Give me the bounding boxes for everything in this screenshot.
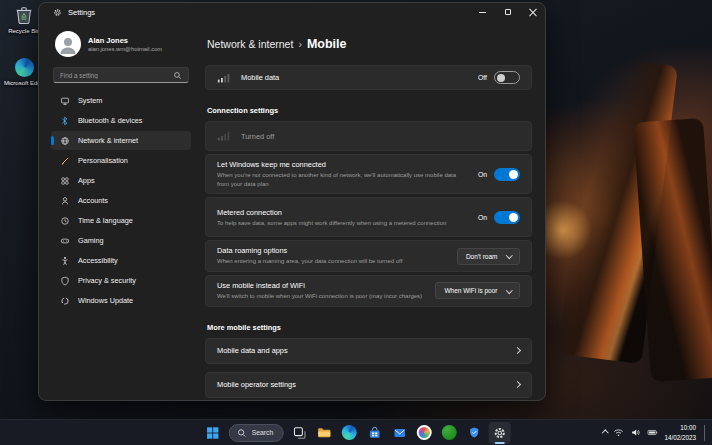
task-view-button[interactable] [288,422,310,444]
keep-me-connected-card: Let Windows keep me connected When you'r… [205,154,532,194]
setting-description: We'll switch to mobile when your WiFi co… [217,292,425,301]
edge-button[interactable] [338,422,360,444]
sidebar-item-bluetooth-devices[interactable]: Bluetooth & devices [51,111,191,130]
chevron-down-icon [506,252,512,258]
accessibility-person-icon [60,256,70,266]
toggle-state: On [478,214,487,221]
taskbar: Search [0,419,712,445]
breadcrumb: Network & internet › Mobile [207,37,532,51]
sidebar-nav: System Bluetooth & devices Network & int… [51,91,191,310]
gaming-controller-icon [60,236,70,246]
tray-chevron-up-icon[interactable] [602,430,608,436]
keep-me-connected-toggle[interactable] [494,168,520,181]
connection-status-card: Turned off [205,121,532,151]
time-language-clock-icon [60,216,70,226]
wallpaper-rock-formation [633,118,712,382]
sidebar-item-personalisation[interactable]: Personalisation [51,151,191,170]
window-title: Settings [68,8,95,17]
setting-title: Metered connection [217,208,468,217]
page-title: Mobile [307,37,347,51]
sidebar-item-label: Apps [78,176,95,185]
sidebar-item-privacy-security[interactable]: Privacy & security [51,271,191,290]
avatar [55,31,81,57]
titlebar[interactable]: Settings [39,3,545,21]
settings-sidebar: Alan Jones alan.jones.wm@hotmail.com Sys… [39,21,197,400]
sidebar-item-label: System [78,96,102,105]
sidebar-item-label: Network & internet [78,136,138,145]
find-a-setting-searchbox[interactable] [53,67,189,83]
photos-button[interactable] [413,422,435,444]
metered-connection-toggle[interactable] [494,211,520,224]
file-explorer-icon [317,425,332,440]
xbox-button[interactable] [438,422,460,444]
close-icon [529,8,537,16]
breadcrumb-network-internet[interactable]: Network & internet [207,38,293,50]
setting-title: Use mobile instead of WiFi [217,281,425,290]
chevron-right-icon [514,347,521,354]
sidebar-item-label: Personalisation [78,156,128,165]
settings-gear-icon [53,8,62,17]
setting-description: When entering a roaming area, your data … [217,257,447,266]
mobile-instead-of-wifi-dropdown[interactable]: When WiFi is poor [435,282,520,299]
minimize-button[interactable] [470,3,495,21]
privacy-shield-icon [60,276,70,286]
mail-icon [392,426,406,440]
connection-status-label: Turned off [241,132,510,141]
search-icon [173,71,182,80]
search-input[interactable] [60,72,173,79]
metered-connection-card: Metered connection To help save data, so… [205,197,532,237]
clock-date: 14/02/2023 [664,433,696,442]
battery-icon[interactable] [647,427,658,438]
mobile-data-toggle[interactable] [494,71,520,84]
mobile-operator-settings-link[interactable]: Mobile operator settings [205,372,532,398]
windows-start-icon [206,426,220,440]
mobile-signal-off-icon [217,131,230,141]
setting-description: When you're not connected to another kin… [217,171,468,188]
sidebar-item-network-internet[interactable]: Network & internet [51,131,191,150]
wifi-icon[interactable] [613,427,624,438]
taskbar-search[interactable]: Search [229,424,284,442]
sidebar-item-time-language[interactable]: Time & language [51,211,191,230]
sidebar-item-apps[interactable]: Apps [51,171,191,190]
breadcrumb-separator: › [298,38,302,50]
sidebar-item-label: Accounts [78,196,108,205]
xbox-icon [442,425,457,440]
system-tray: 10:00 14/02/2023 [603,420,707,445]
connection-settings-heading: Connection settings [207,106,532,115]
mobile-data-and-apps-link[interactable]: Mobile data and apps [205,338,532,364]
dropdown-value: When WiFi is poor [444,287,497,294]
data-roaming-dropdown[interactable]: Don't roam [457,248,520,265]
mobile-data-card: Mobile data Off [205,65,532,90]
settings-app-button[interactable] [488,422,510,444]
file-explorer-button[interactable] [313,422,335,444]
accounts-person-icon [60,196,70,206]
security-shield-icon [468,426,481,439]
mail-button[interactable] [388,422,410,444]
sidebar-item-label: Accessibility [78,256,118,265]
network-globe-icon [60,136,70,146]
link-title: Mobile data and apps [217,346,505,355]
sidebar-item-windows-update[interactable]: Windows Update [51,291,191,310]
sidebar-item-gaming[interactable]: Gaming [51,231,191,250]
sidebar-item-label: Gaming [78,236,104,245]
show-desktop-button[interactable] [704,425,707,441]
mobile-data-label: Mobile data [241,73,459,82]
sidebar-item-accounts[interactable]: Accounts [51,191,191,210]
sidebar-item-system[interactable]: System [51,91,191,110]
windows-security-button[interactable] [463,422,485,444]
mobile-data-state: Off [478,74,487,81]
taskbar-clock[interactable]: 10:00 14/02/2023 [664,423,696,441]
toggle-state: On [478,171,487,178]
close-button[interactable] [520,3,545,21]
volume-icon[interactable] [630,427,641,438]
start-button[interactable] [202,422,224,444]
apps-grid-icon [60,176,70,186]
edge-icon [13,56,35,78]
maximize-button[interactable] [495,3,520,21]
search-icon [237,428,247,438]
mobile-instead-of-wifi-card: Use mobile instead of WiFi We'll switch … [205,275,532,307]
user-profile[interactable]: Alan Jones alan.jones.wm@hotmail.com [55,31,191,57]
microsoft-store-button[interactable] [363,422,385,444]
sidebar-item-accessibility[interactable]: Accessibility [51,251,191,270]
setting-title: Let Windows keep me connected [217,160,468,169]
